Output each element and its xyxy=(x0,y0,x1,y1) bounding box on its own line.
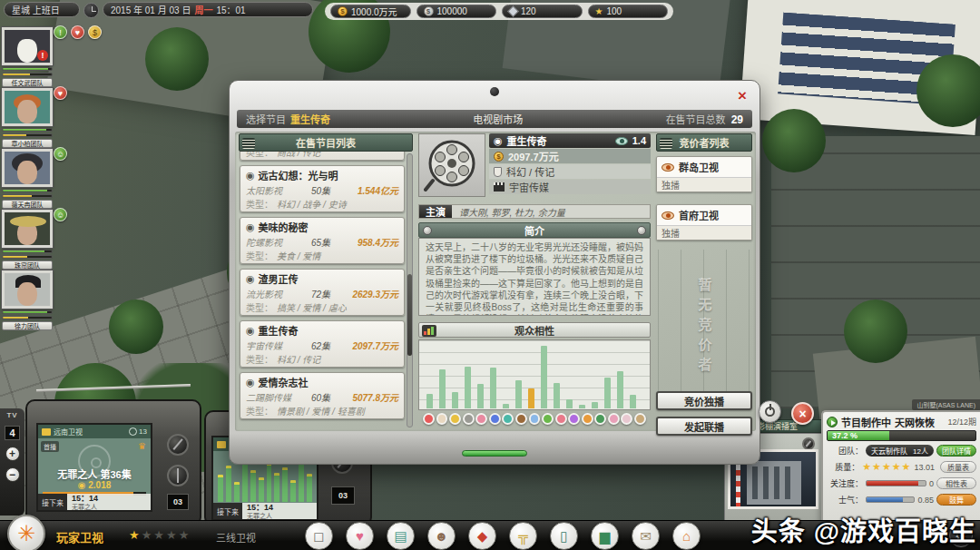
star-icon: ★ xyxy=(166,528,179,542)
audience-group-icon xyxy=(449,413,461,425)
staff-icon[interactable]: ☻ xyxy=(427,522,456,550)
show-list-item[interactable]: ◉远古幻想：光与明 太阳影视50集1.544亿元 类型：科幻 / 战争 / 史诗 xyxy=(240,165,405,212)
crown-icon: ♛ xyxy=(138,441,146,451)
material-counter: 120 xyxy=(502,5,583,18)
list-scrollbar[interactable] xyxy=(407,153,413,427)
scrollbar-thumb[interactable] xyxy=(407,274,412,356)
home-icon[interactable]: ⌂ xyxy=(672,522,701,550)
studio-icon[interactable]: ▯ xyxy=(550,522,578,550)
tuning-knob[interactable] xyxy=(167,465,189,486)
audience-bar xyxy=(566,399,573,409)
volume-knob[interactable] xyxy=(167,434,189,456)
channel-display: 03 xyxy=(331,486,355,505)
quality-table-button[interactable]: 质量表 xyxy=(940,461,976,473)
synopsis-header: 简介 xyxy=(418,222,651,238)
money-counter: $ 1000.0万元 xyxy=(330,5,411,18)
player-station-name: 玩家卫视 xyxy=(56,528,103,545)
heart-notice-icon[interactable]: ♥ xyxy=(71,25,84,39)
star-icon: ★ xyxy=(595,6,603,16)
studio-knob[interactable] xyxy=(802,437,815,450)
star-icon: ★ xyxy=(142,528,154,542)
tv-icon[interactable]: ◻ xyxy=(305,522,333,550)
morale-boost-button[interactable]: 鼓舞 xyxy=(936,494,976,506)
audience-bar xyxy=(554,383,560,409)
money-value: 1000.0万元 xyxy=(351,5,397,18)
bidder-item[interactable]: 首府卫视 独播 xyxy=(656,204,752,241)
team-details-button[interactable]: 团队详情 xyxy=(936,445,976,457)
top-bar: 星城 上班日 2015 年 01 月 03 日 周一 15：01 $ 1000.… xyxy=(0,2,980,22)
heart-icon[interactable]: ♥ xyxy=(346,522,374,550)
construction-icon[interactable]: ╦ xyxy=(509,522,537,550)
team-stats xyxy=(2,189,53,198)
genre-tag-icon xyxy=(494,167,502,177)
star-icon: ★ xyxy=(129,528,142,542)
show-list-item[interactable]: ◉美味的秘密 陀螺影视65集958.4万元 类型：美食 / 爱情 xyxy=(240,217,405,264)
audience-group-icon xyxy=(621,413,632,425)
power-button[interactable] xyxy=(759,400,781,423)
joint-broadcast-button[interactable]: 发起联播 xyxy=(656,417,752,436)
up-next-strip: 接下来 15：14 无罪之人 xyxy=(38,494,151,510)
affinity-table-button[interactable]: 相性表 xyxy=(936,477,976,489)
audience-bar xyxy=(579,405,585,408)
detail-rating: 1.4 xyxy=(632,135,646,146)
status-notice-icon[interactable]: ☺ xyxy=(54,147,67,161)
time-label: 15：01 xyxy=(216,3,245,16)
channel-up-button[interactable]: + xyxy=(5,447,20,461)
location-label: 星城 上班日 xyxy=(12,3,60,16)
audience-group-icon xyxy=(594,413,606,425)
star-icon: ★ xyxy=(153,528,166,542)
team-card-2[interactable]: ♥ 章小柏团队 xyxy=(2,88,53,146)
heart-notice-icon[interactable]: ♥ xyxy=(54,86,67,100)
audience-group-icon xyxy=(608,413,620,425)
audience-bar xyxy=(465,367,471,409)
bid-exclusive-button[interactable]: 竞价独播 xyxy=(656,391,752,410)
production-status: 节目制作中 xyxy=(841,415,891,429)
audience-group-icon xyxy=(568,413,580,425)
production-header: 节目制作中 天网恢恢 12/12期 xyxy=(827,415,976,428)
show-list-item[interactable]: ◉渣男正传 流光影视72集2629.3万元 类型：搞笑 / 爱情 / 虐心 xyxy=(240,269,405,316)
equalizer-bar xyxy=(226,466,231,503)
quality-row: 质量： ★★★★★ 13.01 质量表 xyxy=(827,460,976,474)
status-notice-icon[interactable]: ☺ xyxy=(54,208,67,221)
team-pill: 天云制作队 12人 xyxy=(866,445,934,457)
stats-icon[interactable]: ▆ xyxy=(591,522,619,550)
close-icon[interactable]: × xyxy=(734,88,750,104)
news-icon[interactable]: ✉ xyxy=(632,522,660,550)
show-list-item[interactable]: ◉爱情杂志社 二踢脚传媒60集5077.8万元 类型：情景剧 / 爱情 / 轻喜… xyxy=(240,372,405,419)
team-card-4[interactable]: ☺ 珠帘团队 xyxy=(2,210,53,268)
team-card-1[interactable]: ! ! ♥ $ 任文武团队 xyxy=(2,27,53,85)
station-logo-icon xyxy=(42,428,51,436)
gold-coin-icon: $ xyxy=(338,6,348,16)
energy-counter: ★ 100 xyxy=(588,5,669,18)
audience-bar xyxy=(452,392,458,408)
team-avatar xyxy=(2,210,53,248)
idea-bulb-icon[interactable]: ! xyxy=(54,25,67,39)
schedule-icon[interactable]: ▤ xyxy=(387,522,415,550)
station-stars: ★★★★★ xyxy=(129,528,191,542)
next-time: 15：14 xyxy=(247,504,312,513)
production-progress-bar: 37.2 % xyxy=(827,430,976,441)
close-studio-icon[interactable]: × xyxy=(791,402,814,425)
team-avatar xyxy=(2,149,53,187)
bidders-header: 竞价者列表 xyxy=(656,133,752,152)
reel-icon: ◉ xyxy=(246,325,255,337)
audience-group-icon xyxy=(463,413,475,425)
detail-title-row: ◉ 重生传奇 1.4 xyxy=(489,133,651,148)
station-logo-icon[interactable]: ✳ xyxy=(7,515,45,550)
shop-icon[interactable]: ◆ xyxy=(468,522,496,550)
team-card-3[interactable]: ☺ 薇天冉团队 xyxy=(2,149,53,207)
show-list-item-selected[interactable]: ◉重生传奇 宇宙传媒62集2097.7万元 类型：科幻 / 传记 xyxy=(240,320,405,368)
equalizer-bar xyxy=(250,470,256,502)
tv-screen[interactable]: 远南卫视 13 首播 ♛ 无罪之人 第36集 ◉ 2.018 接下来 15：14… xyxy=(36,423,152,512)
bidder-item[interactable]: 群岛卫视 独播 xyxy=(656,156,752,192)
channel-down-button[interactable]: − xyxy=(5,467,20,482)
date-label: 2015 年 01 月 03 日 xyxy=(111,3,191,16)
audience-group-icon xyxy=(475,413,487,425)
window-handle[interactable] xyxy=(490,87,499,96)
coin-notice-icon[interactable]: $ xyxy=(88,25,102,39)
audience-icons xyxy=(418,411,651,427)
team-card-5[interactable]: 徐力团队 xyxy=(2,270,53,329)
window-bottom-slider[interactable] xyxy=(462,450,527,457)
audience-chart-bars xyxy=(418,339,651,410)
detail-company: 宇宙传媒 xyxy=(509,180,549,194)
